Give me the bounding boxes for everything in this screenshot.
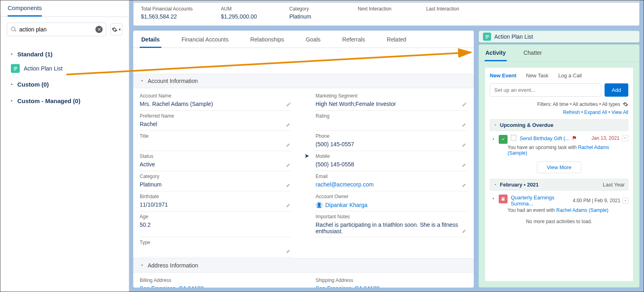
field-value: High Net Worth;Female Investor xyxy=(316,101,467,108)
item-menu-button[interactable] xyxy=(622,135,628,141)
view-all-link[interactable]: View All xyxy=(611,110,628,115)
edit-icon[interactable] xyxy=(462,162,467,168)
subtab-new-task[interactable]: New Task xyxy=(526,72,549,79)
edit-icon[interactable] xyxy=(286,122,291,127)
record-link[interactable]: Rachel Adams (Sample) xyxy=(556,207,608,213)
field-value: (500) 145-0557 xyxy=(316,141,467,148)
event-icon xyxy=(499,195,508,203)
gear-icon[interactable] xyxy=(623,101,628,107)
field-value xyxy=(140,247,291,255)
tab-relationships[interactable]: Relationships xyxy=(249,31,286,48)
components-tab[interactable]: Components xyxy=(8,4,42,17)
expand-all-link[interactable]: Expand All xyxy=(584,110,607,115)
canvas: Total Financial Accounts$1,563,584.22 AU… xyxy=(129,0,644,292)
filter-settings-button[interactable]: ▼ xyxy=(110,23,122,35)
metric-value: $1,295,000.00 xyxy=(221,13,261,20)
field-value: Active xyxy=(140,161,291,168)
chevron-down-icon xyxy=(9,82,14,87)
section-standard[interactable]: Standard (1) xyxy=(9,45,120,62)
section-custom-managed[interactable]: Custom - Managed (0) xyxy=(9,92,120,108)
field-value: Mrs. Rachel Adams (Sample) xyxy=(140,101,291,108)
no-more-message: No more past activities to load. xyxy=(490,219,628,224)
task-checkbox[interactable] xyxy=(511,135,516,141)
field-value: 50.2 xyxy=(140,222,291,229)
subtab-log-call[interactable]: Log a Call xyxy=(558,72,582,79)
timeline-section-feb[interactable]: February • 2021 Last Year xyxy=(490,179,628,191)
tab-referrals[interactable]: Referrals xyxy=(341,31,367,48)
field-label: Title xyxy=(140,133,291,139)
clear-search-icon[interactable]: ✕ xyxy=(95,26,103,33)
drop-target-action-plan-list[interactable]: Action Plan List xyxy=(479,31,640,43)
field-label: Billing Address xyxy=(140,278,291,283)
timeline-task-link[interactable]: Send Birthday Gift (... xyxy=(520,135,570,141)
section-address-info[interactable]: Address Information xyxy=(133,258,474,273)
section-account-info[interactable]: Account Information xyxy=(133,74,474,88)
component-search-input[interactable] xyxy=(17,26,95,33)
edit-icon[interactable] xyxy=(462,122,467,127)
tab-goals[interactable]: Goals xyxy=(304,31,322,48)
tab-related[interactable]: Related xyxy=(385,31,408,48)
chevron-down-icon xyxy=(9,99,14,104)
edit-icon[interactable] xyxy=(286,202,291,208)
field-label: Category xyxy=(140,174,291,179)
tab-details[interactable]: Details xyxy=(140,31,161,48)
field-value: Platinum xyxy=(140,181,291,188)
field-label: Mobile xyxy=(316,153,467,159)
field-value: (500) 145-0558 xyxy=(316,161,467,168)
event-subject-input[interactable] xyxy=(490,83,601,97)
metric-label: Last Interaction xyxy=(426,6,466,12)
edit-icon[interactable] xyxy=(286,101,291,107)
field-value-email[interactable]: rachel@acmecorp.com xyxy=(316,181,467,188)
field-value: 11/10/1971 xyxy=(140,201,291,209)
timeline-item: Quarterly Earnings Summa... 4:00 PM | Fe… xyxy=(490,193,628,207)
refresh-link[interactable]: Refresh xyxy=(563,110,580,115)
record-details-card: Details Financial Accounts Relationships… xyxy=(133,31,474,288)
timeline-section-upcoming[interactable]: Upcoming & Overdue xyxy=(490,119,628,131)
add-button[interactable]: Add xyxy=(605,83,628,97)
item-menu-button[interactable] xyxy=(623,197,628,204)
chevron-right-icon[interactable] xyxy=(491,137,495,141)
subtab-new-event[interactable]: New Event xyxy=(490,72,516,79)
metric-label: AUM xyxy=(221,6,261,12)
timeline-subtext: You had an event with Rachel Adams (Samp… xyxy=(490,207,628,215)
chevron-down-icon xyxy=(493,123,497,127)
field-value-owner[interactable]: 👤Dipankar Kharga xyxy=(316,201,467,209)
field-label: Account Owner xyxy=(316,194,467,199)
field-label: Preferred Name xyxy=(140,113,291,119)
metric-label: Next Interaction xyxy=(358,6,398,12)
component-search[interactable]: ✕ xyxy=(7,23,106,36)
chevron-right-icon[interactable] xyxy=(491,197,495,201)
search-icon xyxy=(10,26,17,33)
edit-icon[interactable] xyxy=(462,142,467,147)
edit-icon[interactable] xyxy=(462,101,467,107)
action-plan-icon xyxy=(483,33,491,41)
field-label: Marketing Segment xyxy=(316,93,467,99)
chevron-down-icon xyxy=(140,79,144,83)
edit-icon[interactable] xyxy=(462,228,467,234)
chevron-down-icon xyxy=(9,52,14,57)
field-value-address[interactable]: San Francisco, CA 94108 xyxy=(316,285,467,288)
edit-icon[interactable] xyxy=(286,142,291,147)
flag-icon xyxy=(572,136,577,141)
edit-icon[interactable] xyxy=(286,162,291,168)
gear-icon xyxy=(111,27,118,33)
edit-icon[interactable] xyxy=(286,248,291,254)
field-label: Account Name xyxy=(140,93,291,99)
section-custom[interactable]: Custom (0) xyxy=(9,75,120,92)
field-value xyxy=(316,121,467,128)
edit-icon[interactable] xyxy=(286,182,291,188)
field-label: Rating xyxy=(316,113,467,119)
view-more-button[interactable]: View More xyxy=(537,162,581,173)
activity-card: Activity Chatter New Event New Task Log … xyxy=(479,44,640,288)
field-label: Phone xyxy=(316,133,467,139)
edit-icon[interactable] xyxy=(462,182,467,188)
tab-financial-accounts[interactable]: Financial Accounts xyxy=(180,31,230,48)
chevron-down-icon xyxy=(493,183,497,187)
component-action-plan-list[interactable]: Action Plan List xyxy=(9,62,120,75)
tab-chatter[interactable]: Chatter xyxy=(523,45,543,61)
field-label: Email xyxy=(316,174,467,179)
tab-activity[interactable]: Activity xyxy=(485,45,507,61)
metric-label: Total Financial Accounts xyxy=(141,6,193,12)
field-value-address[interactable]: San Francisco, CA 94103 xyxy=(140,285,291,288)
timeline-event-link[interactable]: Quarterly Earnings Summa... xyxy=(511,195,568,207)
